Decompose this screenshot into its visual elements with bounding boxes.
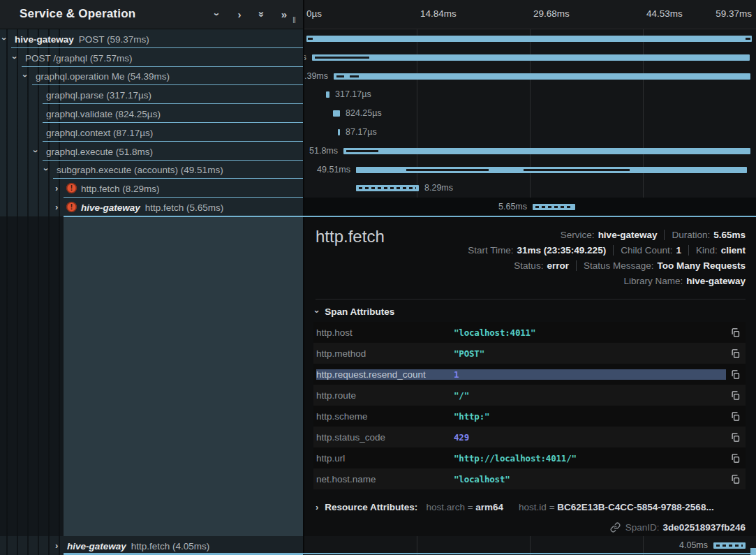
span-id-row: SpanID: 3de02518937fb246 bbox=[610, 519, 746, 535]
span-meta-line: Service:hive-gatewayDuration:5.65ms bbox=[561, 227, 746, 242]
copy-icon[interactable] bbox=[726, 344, 744, 362]
attribute-value: "localhost" bbox=[454, 474, 726, 484]
span-tree-row[interactable]: ›!hive-gatewayhttp.fetch (5.65ms) bbox=[0, 198, 304, 216]
link-icon[interactable] bbox=[610, 522, 621, 533]
span-attributes-title: Span Attributes bbox=[325, 306, 394, 317]
bar-duration-label: 317.17µs bbox=[335, 89, 371, 99]
meta-label: Status Message: bbox=[584, 260, 654, 271]
operation-name: POST (59.37ms) bbox=[79, 34, 149, 44]
span-duration-bar[interactable] bbox=[338, 129, 340, 135]
chevron-down-icon[interactable]: › bbox=[21, 75, 30, 77]
timeline-row[interactable]: 824.25µs bbox=[304, 104, 756, 123]
span-duration-bar[interactable] bbox=[533, 204, 575, 210]
attribute-value: "http:" bbox=[454, 411, 726, 422]
chevron-down-icon[interactable]: › bbox=[209, 8, 225, 20]
axis-tick-label: 59.37ms bbox=[716, 8, 752, 19]
bottom-row-border bbox=[64, 553, 756, 554]
attribute-key: http.url bbox=[316, 453, 454, 464]
copy-icon[interactable] bbox=[726, 470, 744, 488]
span-tree-row[interactable]: ›!http.fetch (8.29ms) bbox=[0, 179, 304, 198]
resource-attributes-row[interactable]: › Resource Attributes: host.arch = arm64… bbox=[316, 498, 746, 516]
span-duration-bar[interactable] bbox=[343, 148, 750, 154]
axis-tick-label: 0µs bbox=[306, 8, 322, 19]
attribute-key: http.route bbox=[316, 390, 454, 401]
copy-icon[interactable] bbox=[726, 428, 744, 446]
chevron-down-icon[interactable]: › bbox=[42, 168, 51, 171]
timeline-row[interactable]: 49.51ms bbox=[304, 161, 756, 179]
error-icon: ! bbox=[66, 183, 77, 193]
child-span-mark bbox=[406, 169, 489, 171]
attribute-value: 1 bbox=[454, 369, 726, 380]
span-attributes-toggle[interactable]: ›Span Attributes bbox=[316, 306, 394, 317]
meta-value: 1 bbox=[676, 245, 681, 256]
bar-duration-label: 49.51ms bbox=[317, 165, 350, 175]
span-attributes-table: http.host"localhost:4011"http.method"POS… bbox=[313, 322, 746, 489]
meta-value: 31ms (23:35:49.225) bbox=[517, 245, 607, 256]
span-tree-row[interactable]: ›subgraph.execute (accounts) (49.51ms) bbox=[0, 161, 304, 179]
span-duration-bar[interactable] bbox=[713, 542, 746, 549]
resource-attributes-entries: host.arch = arm64host.id = BC62E13B-C4CC… bbox=[426, 502, 713, 512]
copy-icon[interactable] bbox=[726, 407, 744, 425]
chevron-right-icon[interactable]: › bbox=[55, 184, 58, 193]
chevron-right-icon[interactable]: › bbox=[232, 8, 247, 20]
span-duration-bar[interactable] bbox=[312, 54, 750, 61]
span-tree-row[interactable]: graphql.validate (824.25µs) bbox=[0, 104, 304, 123]
panel-divider[interactable] bbox=[303, 0, 304, 555]
copy-icon[interactable] bbox=[726, 365, 744, 383]
timeline-axis: 0µs14.84ms29.68ms44.53ms59.37ms bbox=[304, 0, 756, 29]
chevron-right-icon: › bbox=[316, 503, 318, 512]
span-duration-bar[interactable] bbox=[306, 36, 752, 42]
span-tree-row[interactable]: graphql.parse (317.17µs) bbox=[0, 85, 304, 104]
timeline-row[interactable]: 51.8ms bbox=[304, 142, 756, 161]
double-chevron-down-icon[interactable]: » bbox=[254, 8, 269, 20]
copy-icon[interactable] bbox=[726, 386, 744, 404]
meta-value: 5.65ms bbox=[713, 230, 746, 240]
span-label: POST /graphql (57.57ms) bbox=[25, 52, 133, 63]
timeline-row[interactable]: 8.29ms bbox=[304, 179, 756, 198]
span-tree-row[interactable]: ›graphql.operation Me (54.39ms) bbox=[0, 67, 304, 85]
copy-icon[interactable] bbox=[726, 323, 744, 341]
panel-title: Service & Operation bbox=[20, 7, 135, 21]
equals-sign: = bbox=[547, 502, 557, 512]
span-duration-bar[interactable] bbox=[333, 110, 340, 117]
timeline-row[interactable]: 87.17µs bbox=[304, 123, 756, 142]
attribute-value: 429 bbox=[454, 432, 726, 443]
attribute-row: http.host"localhost:4011" bbox=[313, 322, 746, 343]
double-chevron-right-icon[interactable]: » bbox=[276, 8, 292, 20]
bar-duration-label: 4.05ms bbox=[679, 540, 708, 550]
panel-resize-handle[interactable]: ‖ bbox=[292, 15, 297, 25]
chevron-down-icon[interactable]: › bbox=[0, 37, 9, 40]
timeline-row[interactable] bbox=[304, 29, 756, 48]
span-tree-row[interactable]: graphql.context (87.17µs) bbox=[0, 123, 304, 142]
chevron-down-icon[interactable]: › bbox=[31, 149, 40, 152]
operation-name: graphql.execute (51.8ms) bbox=[46, 146, 153, 156]
attribute-key: http.status_code bbox=[316, 432, 454, 443]
operation-name: http.fetch (5.65ms) bbox=[145, 202, 224, 212]
timeline-row[interactable]: 317.17µs bbox=[304, 85, 756, 104]
span-label: subgraph.execute (accounts) (49.51ms) bbox=[57, 165, 223, 175]
timeline-row[interactable]: 4.05ms bbox=[304, 536, 756, 555]
span-duration-bar[interactable] bbox=[326, 91, 329, 98]
meta-label: Duration: bbox=[672, 230, 710, 240]
span-tree-row[interactable]: ›graphql.execute (51.8ms) bbox=[0, 142, 304, 161]
bar-duration-label: 8.29ms bbox=[424, 183, 453, 193]
copy-icon[interactable] bbox=[726, 449, 744, 467]
child-span-mark bbox=[524, 169, 630, 171]
timeline-row[interactable]: 57.57ms bbox=[304, 48, 756, 67]
bar-duration-label: 54.39ms bbox=[304, 71, 328, 81]
timeline-row[interactable]: 5.65ms bbox=[304, 198, 756, 216]
timeline-row[interactable]: 54.39ms bbox=[304, 67, 756, 85]
chevron-right-icon[interactable]: › bbox=[55, 202, 58, 212]
span-duration-bar[interactable] bbox=[356, 185, 419, 191]
span-tree-row[interactable]: ›POST /graphql (57.57ms) bbox=[0, 48, 304, 67]
span-tree-row[interactable]: ›hive-gatewayPOST (59.37ms) bbox=[0, 29, 304, 48]
meta-divider bbox=[664, 230, 665, 240]
span-tree-row[interactable]: ›hive-gatewayhttp.fetch (4.05ms) bbox=[0, 536, 304, 555]
chevron-right-icon[interactable]: › bbox=[55, 541, 58, 550]
chevron-down-icon[interactable]: › bbox=[10, 56, 20, 59]
span-duration-bar[interactable] bbox=[356, 167, 747, 173]
scrollbar-thumb[interactable] bbox=[750, 548, 756, 555]
span-label: hive-gatewayhttp.fetch (4.05ms) bbox=[67, 540, 209, 551]
span-duration-bar[interactable] bbox=[334, 73, 750, 80]
meta-value: client bbox=[721, 245, 746, 256]
